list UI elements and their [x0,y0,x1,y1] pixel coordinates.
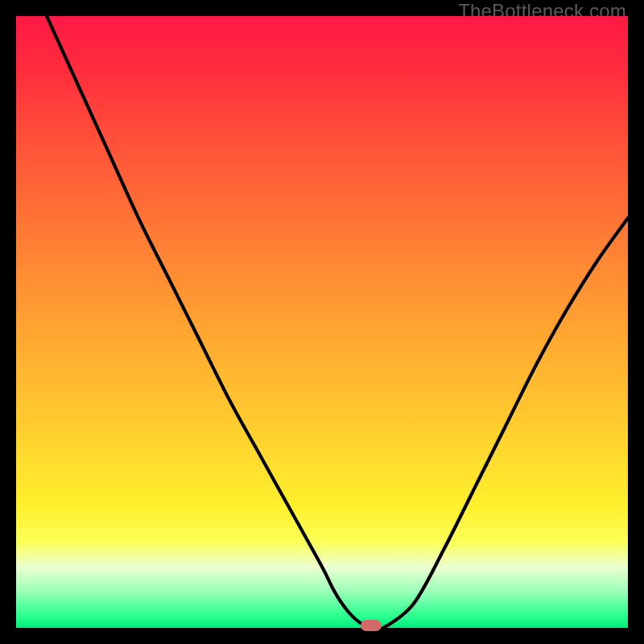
plot-area [16,16,628,628]
chart-frame: TheBottleneck.com [0,0,644,644]
minimum-marker [361,620,382,631]
bottleneck-curve [16,16,628,628]
